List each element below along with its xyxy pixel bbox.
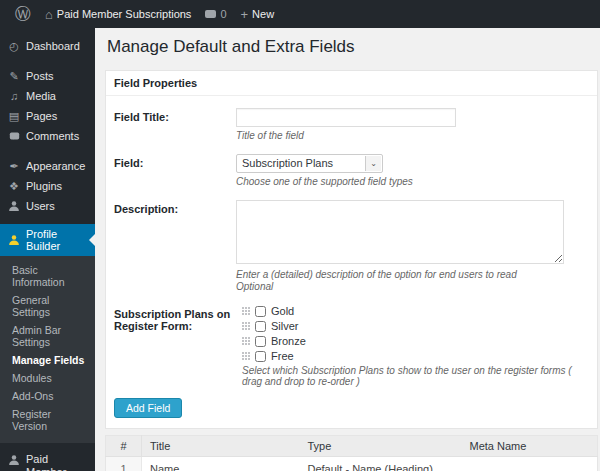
admin-bar: Ⓦ ⌂ Paid Member Subscriptions 0 + New bbox=[0, 0, 600, 28]
column-header-meta-name: Meta Name bbox=[462, 436, 598, 457]
drag-handle-icon[interactable] bbox=[242, 352, 250, 360]
plan-option-bronze[interactable]: Bronze bbox=[242, 335, 589, 347]
field-type-label: Field: bbox=[114, 154, 236, 187]
page-title: Manage Default and Extra Fields bbox=[107, 37, 600, 57]
plan-label: Gold bbox=[271, 305, 294, 317]
column-header-type: Type bbox=[300, 436, 462, 457]
sidebar-item-label: Media bbox=[26, 90, 56, 102]
site-name-label: Paid Member Subscriptions bbox=[57, 8, 192, 20]
comments-admin-bar-link[interactable]: 0 bbox=[198, 0, 233, 28]
field-type-row: Field: Subscription Plans ⌄ Choose one o… bbox=[114, 154, 589, 187]
main-content: Manage Default and Extra Fields Field Pr… bbox=[95, 28, 600, 471]
admin-sidebar: ◴ Dashboard ✎ Posts ♫ Media ▤ Pages Comm… bbox=[0, 28, 95, 471]
sidebar-item-posts[interactable]: ✎ Posts bbox=[0, 66, 95, 86]
plan-checkbox-bronze[interactable] bbox=[255, 336, 266, 347]
drag-handle-icon[interactable] bbox=[242, 322, 250, 330]
plan-label: Free bbox=[271, 350, 294, 362]
plan-option-gold[interactable]: Gold bbox=[242, 305, 589, 317]
field-title-help: Title of the field bbox=[236, 130, 589, 141]
description-textarea[interactable] bbox=[236, 200, 564, 264]
appearance-icon: ✒ bbox=[8, 161, 20, 172]
row-meta bbox=[462, 457, 598, 471]
drag-handle-icon[interactable] bbox=[242, 307, 250, 315]
description-label: Description: bbox=[114, 200, 236, 292]
sidebar-item-comments[interactable]: Comments bbox=[0, 126, 95, 146]
description-help: Enter a (detailed) description of the op… bbox=[236, 269, 589, 280]
profile-builder-submenu: Basic Information General Settings Admin… bbox=[0, 256, 95, 443]
subscription-plans-help: Select which Subscription Plans to show … bbox=[242, 365, 589, 387]
media-icon: ♫ bbox=[8, 91, 20, 102]
field-properties-panel: Field Properties Field Title: Title of t… bbox=[105, 70, 598, 429]
dashboard-icon: ◴ bbox=[8, 41, 20, 52]
table-header-row: # Title Type Meta Name bbox=[106, 436, 598, 457]
submenu-register-version[interactable]: Register Version bbox=[0, 405, 95, 435]
plan-label: Bronze bbox=[271, 335, 306, 347]
plus-icon: + bbox=[241, 7, 249, 22]
profile-builder-icon bbox=[8, 234, 20, 246]
plan-checkbox-free[interactable] bbox=[255, 351, 266, 362]
add-field-button[interactable]: Add Field bbox=[114, 398, 182, 418]
description-row: Description: Enter a (detailed) descript… bbox=[114, 200, 589, 292]
submenu-manage-fields[interactable]: Manage Fields bbox=[0, 351, 95, 369]
table-row[interactable]: 1 Name Default - Name (Heading) bbox=[106, 457, 598, 471]
sidebar-item-label: Dashboard bbox=[26, 40, 80, 52]
comments-icon bbox=[8, 131, 20, 142]
subscription-plans-label: Subscription Plans on Register Form: bbox=[114, 305, 242, 387]
posts-icon: ✎ bbox=[8, 71, 20, 82]
pages-icon: ▤ bbox=[8, 111, 20, 122]
description-optional-note: Optional bbox=[236, 281, 589, 292]
plan-option-free[interactable]: Free bbox=[242, 350, 589, 362]
users-icon bbox=[8, 200, 20, 212]
chevron-down-icon: ⌄ bbox=[365, 156, 381, 171]
submenu-general-settings[interactable]: General Settings bbox=[0, 291, 95, 321]
sidebar-item-label: Comments bbox=[26, 130, 79, 142]
field-title-row: Field Title: Title of the field bbox=[114, 108, 589, 141]
new-label: New bbox=[252, 8, 274, 20]
drag-handle-icon[interactable] bbox=[242, 337, 250, 345]
row-title: Name bbox=[142, 457, 300, 471]
plan-option-silver[interactable]: Silver bbox=[242, 320, 589, 332]
wordpress-logo-menu[interactable]: Ⓦ bbox=[8, 0, 38, 28]
row-type: Default - Name (Heading) bbox=[300, 457, 462, 471]
sidebar-item-paid-member-subscriptions[interactable]: Paid Member Subscriptions bbox=[0, 449, 95, 471]
sidebar-item-pages[interactable]: ▤ Pages bbox=[0, 106, 95, 126]
row-number: 1 bbox=[106, 457, 142, 471]
sidebar-item-label: Users bbox=[26, 200, 55, 212]
wordpress-logo-icon: Ⓦ bbox=[15, 4, 31, 25]
sidebar-item-plugins[interactable]: ❖ Plugins bbox=[0, 176, 95, 196]
home-icon: ⌂ bbox=[45, 8, 53, 21]
sidebar-item-label: Profile Builder bbox=[26, 228, 87, 252]
site-name-link[interactable]: ⌂ Paid Member Subscriptions bbox=[38, 0, 198, 28]
sidebar-item-label: Pages bbox=[26, 110, 57, 122]
sidebar-item-label: Appearance bbox=[26, 160, 85, 172]
subscription-plans-row: Subscription Plans on Register Form: Gol… bbox=[114, 305, 589, 387]
sidebar-item-profile-builder[interactable]: Profile Builder bbox=[0, 224, 95, 256]
sidebar-item-label: Paid Member Subscriptions bbox=[26, 453, 88, 471]
sidebar-item-label: Posts bbox=[26, 70, 54, 82]
panel-title: Field Properties bbox=[106, 71, 597, 96]
column-header-title: Title bbox=[142, 436, 300, 457]
sidebar-item-media[interactable]: ♫ Media bbox=[0, 86, 95, 106]
sidebar-item-users[interactable]: Users bbox=[0, 196, 95, 216]
submenu-basic-information[interactable]: Basic Information bbox=[0, 261, 95, 291]
sidebar-item-dashboard[interactable]: ◴ Dashboard bbox=[0, 36, 95, 56]
comment-bubble-icon bbox=[205, 10, 216, 18]
plan-checkbox-silver[interactable] bbox=[255, 321, 266, 332]
field-type-select[interactable]: Subscription Plans ⌄ bbox=[236, 154, 383, 173]
plugins-icon: ❖ bbox=[8, 181, 20, 192]
comment-count: 0 bbox=[220, 8, 226, 20]
sidebar-item-label: Plugins bbox=[26, 180, 62, 192]
plan-label: Silver bbox=[271, 320, 299, 332]
submenu-add-ons[interactable]: Add-Ons bbox=[0, 387, 95, 405]
submenu-admin-bar-settings[interactable]: Admin Bar Settings bbox=[0, 321, 95, 351]
column-header-number: # bbox=[106, 436, 142, 457]
plan-checkbox-gold[interactable] bbox=[255, 306, 266, 317]
new-content-menu[interactable]: + New bbox=[234, 0, 282, 28]
field-title-input[interactable] bbox=[236, 108, 456, 127]
submenu-modules[interactable]: Modules bbox=[0, 369, 95, 387]
sidebar-item-appearance[interactable]: ✒ Appearance bbox=[0, 156, 95, 176]
field-title-label: Field Title: bbox=[114, 108, 236, 141]
paid-member-subscriptions-icon bbox=[8, 454, 20, 466]
fields-table: # Title Type Meta Name 1 Name Default - … bbox=[105, 435, 598, 471]
field-type-selected-value: Subscription Plans bbox=[242, 157, 333, 169]
